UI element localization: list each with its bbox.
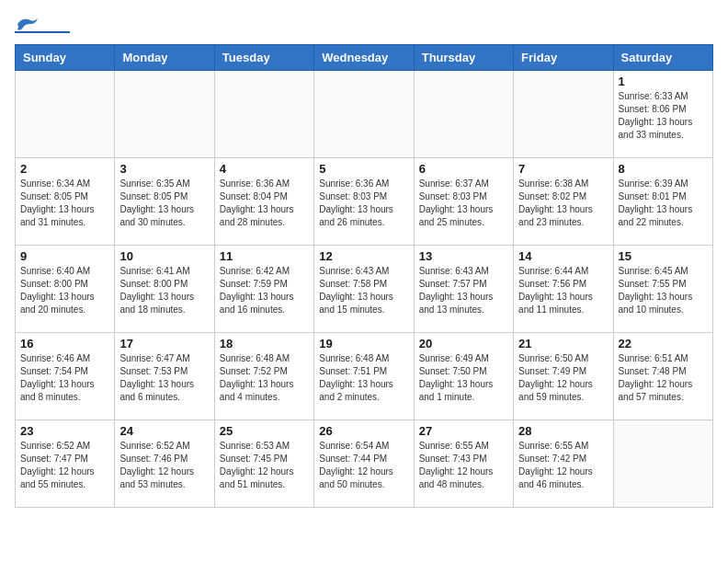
day-info: Sunrise: 6:53 AM Sunset: 7:45 PM Dayligh… xyxy=(220,440,309,491)
calendar-cell: 16Sunrise: 6:46 AM Sunset: 7:54 PM Dayli… xyxy=(16,333,115,420)
day-number: 1 xyxy=(619,75,708,88)
day-info: Sunrise: 6:43 AM Sunset: 7:57 PM Dayligh… xyxy=(419,265,508,316)
day-info: Sunrise: 6:52 AM Sunset: 7:47 PM Dayligh… xyxy=(20,440,109,491)
calendar-cell xyxy=(414,71,513,158)
calendar-cell: 7Sunrise: 6:38 AM Sunset: 8:02 PM Daylig… xyxy=(514,158,613,246)
day-number: 14 xyxy=(518,249,608,263)
calendar-cell: 18Sunrise: 6:48 AM Sunset: 7:52 PM Dayli… xyxy=(214,333,313,420)
calendar-cell: 1Sunrise: 6:33 AM Sunset: 8:06 PM Daylig… xyxy=(613,71,712,158)
calendar-cell: 5Sunrise: 6:36 AM Sunset: 8:03 PM Daylig… xyxy=(314,158,414,246)
calendar-cell xyxy=(314,71,414,158)
calendar-cell: 3Sunrise: 6:35 AM Sunset: 8:05 PM Daylig… xyxy=(115,158,214,246)
day-number: 21 xyxy=(518,337,608,350)
day-number: 27 xyxy=(419,424,508,438)
logo xyxy=(15,15,70,33)
day-number: 24 xyxy=(119,424,209,438)
calendar-cell: 14Sunrise: 6:44 AM Sunset: 7:56 PM Dayli… xyxy=(514,246,613,333)
day-number: 10 xyxy=(119,249,209,263)
col-header-monday: Monday xyxy=(115,45,214,71)
day-number: 9 xyxy=(20,249,109,263)
day-info: Sunrise: 6:54 AM Sunset: 7:44 PM Dayligh… xyxy=(319,440,408,491)
week-row-3: 9Sunrise: 6:40 AM Sunset: 8:00 PM Daylig… xyxy=(16,246,713,333)
day-number: 16 xyxy=(20,337,109,350)
calendar-cell xyxy=(16,71,115,158)
day-number: 5 xyxy=(319,162,408,176)
calendar-cell: 10Sunrise: 6:41 AM Sunset: 8:00 PM Dayli… xyxy=(115,246,214,333)
day-number: 13 xyxy=(419,249,508,263)
day-info: Sunrise: 6:35 AM Sunset: 8:05 PM Dayligh… xyxy=(119,178,209,229)
calendar-cell: 17Sunrise: 6:47 AM Sunset: 7:53 PM Dayli… xyxy=(115,333,214,420)
calendar-table: SundayMondayTuesdayWednesdayThursdayFrid… xyxy=(15,44,713,508)
day-info: Sunrise: 6:55 AM Sunset: 7:43 PM Dayligh… xyxy=(419,440,508,491)
day-number: 15 xyxy=(619,249,708,263)
day-number: 22 xyxy=(619,337,708,350)
day-number: 4 xyxy=(220,162,309,176)
week-row-4: 16Sunrise: 6:46 AM Sunset: 7:54 PM Dayli… xyxy=(16,333,713,420)
calendar-cell xyxy=(613,420,712,508)
calendar-cell: 2Sunrise: 6:34 AM Sunset: 8:05 PM Daylig… xyxy=(16,158,115,246)
calendar-cell: 24Sunrise: 6:52 AM Sunset: 7:46 PM Dayli… xyxy=(115,420,214,508)
day-info: Sunrise: 6:47 AM Sunset: 7:53 PM Dayligh… xyxy=(119,352,209,404)
day-info: Sunrise: 6:50 AM Sunset: 7:49 PM Dayligh… xyxy=(518,352,608,404)
day-info: Sunrise: 6:48 AM Sunset: 7:51 PM Dayligh… xyxy=(319,352,408,404)
logo-underline xyxy=(15,31,70,33)
day-info: Sunrise: 6:43 AM Sunset: 7:58 PM Dayligh… xyxy=(319,265,408,316)
page-header xyxy=(15,15,713,33)
calendar-cell: 20Sunrise: 6:49 AM Sunset: 7:50 PM Dayli… xyxy=(414,333,513,420)
day-number: 2 xyxy=(20,162,109,176)
day-number: 19 xyxy=(319,337,408,350)
calendar-cell: 26Sunrise: 6:54 AM Sunset: 7:44 PM Dayli… xyxy=(314,420,414,508)
day-number: 25 xyxy=(220,424,309,438)
calendar-cell: 15Sunrise: 6:45 AM Sunset: 7:55 PM Dayli… xyxy=(613,246,712,333)
day-number: 3 xyxy=(119,162,209,176)
calendar-cell xyxy=(214,71,313,158)
day-number: 18 xyxy=(220,337,309,350)
day-info: Sunrise: 6:34 AM Sunset: 8:05 PM Dayligh… xyxy=(20,178,109,229)
calendar-cell: 25Sunrise: 6:53 AM Sunset: 7:45 PM Dayli… xyxy=(214,420,313,508)
day-number: 28 xyxy=(518,424,608,438)
calendar-cell: 9Sunrise: 6:40 AM Sunset: 8:00 PM Daylig… xyxy=(16,246,115,333)
day-number: 26 xyxy=(319,424,408,438)
day-number: 12 xyxy=(319,249,408,263)
week-row-5: 23Sunrise: 6:52 AM Sunset: 7:47 PM Dayli… xyxy=(16,420,713,508)
calendar-cell: 6Sunrise: 6:37 AM Sunset: 8:03 PM Daylig… xyxy=(414,158,513,246)
calendar-cell: 11Sunrise: 6:42 AM Sunset: 7:59 PM Dayli… xyxy=(214,246,313,333)
day-number: 17 xyxy=(119,337,209,350)
day-info: Sunrise: 6:46 AM Sunset: 7:54 PM Dayligh… xyxy=(20,352,109,404)
day-number: 11 xyxy=(220,249,309,263)
day-info: Sunrise: 6:37 AM Sunset: 8:03 PM Dayligh… xyxy=(419,178,508,229)
day-info: Sunrise: 6:42 AM Sunset: 7:59 PM Dayligh… xyxy=(220,265,309,316)
calendar-cell: 19Sunrise: 6:48 AM Sunset: 7:51 PM Dayli… xyxy=(314,333,414,420)
col-header-sunday: Sunday xyxy=(16,45,115,71)
calendar-cell: 22Sunrise: 6:51 AM Sunset: 7:48 PM Dayli… xyxy=(613,333,712,420)
col-header-friday: Friday xyxy=(514,45,613,71)
calendar-cell: 27Sunrise: 6:55 AM Sunset: 7:43 PM Dayli… xyxy=(414,420,513,508)
day-number: 6 xyxy=(419,162,508,176)
day-info: Sunrise: 6:33 AM Sunset: 8:06 PM Dayligh… xyxy=(619,90,708,142)
day-number: 8 xyxy=(619,162,708,176)
calendar-cell: 8Sunrise: 6:39 AM Sunset: 8:01 PM Daylig… xyxy=(613,158,712,246)
day-info: Sunrise: 6:41 AM Sunset: 8:00 PM Dayligh… xyxy=(119,265,209,316)
calendar-cell: 12Sunrise: 6:43 AM Sunset: 7:58 PM Dayli… xyxy=(314,246,414,333)
week-row-2: 2Sunrise: 6:34 AM Sunset: 8:05 PM Daylig… xyxy=(16,158,713,246)
day-info: Sunrise: 6:36 AM Sunset: 8:03 PM Dayligh… xyxy=(319,178,408,229)
col-header-tuesday: Tuesday xyxy=(214,45,313,71)
calendar-cell xyxy=(115,71,214,158)
calendar-cell: 4Sunrise: 6:36 AM Sunset: 8:04 PM Daylig… xyxy=(214,158,313,246)
day-number: 7 xyxy=(518,162,608,176)
logo-bird-icon xyxy=(16,15,40,33)
day-number: 20 xyxy=(419,337,508,350)
day-info: Sunrise: 6:52 AM Sunset: 7:46 PM Dayligh… xyxy=(119,440,209,491)
day-info: Sunrise: 6:49 AM Sunset: 7:50 PM Dayligh… xyxy=(419,352,508,404)
day-number: 23 xyxy=(20,424,109,438)
col-header-saturday: Saturday xyxy=(613,45,712,71)
day-info: Sunrise: 6:51 AM Sunset: 7:48 PM Dayligh… xyxy=(619,352,708,404)
calendar-cell: 13Sunrise: 6:43 AM Sunset: 7:57 PM Dayli… xyxy=(414,246,513,333)
calendar-cell xyxy=(514,71,613,158)
calendar-header-row: SundayMondayTuesdayWednesdayThursdayFrid… xyxy=(16,45,713,71)
calendar-cell: 28Sunrise: 6:55 AM Sunset: 7:42 PM Dayli… xyxy=(514,420,613,508)
day-info: Sunrise: 6:44 AM Sunset: 7:56 PM Dayligh… xyxy=(518,265,608,316)
calendar-cell: 23Sunrise: 6:52 AM Sunset: 7:47 PM Dayli… xyxy=(16,420,115,508)
week-row-1: 1Sunrise: 6:33 AM Sunset: 8:06 PM Daylig… xyxy=(16,71,713,158)
col-header-wednesday: Wednesday xyxy=(314,45,414,71)
